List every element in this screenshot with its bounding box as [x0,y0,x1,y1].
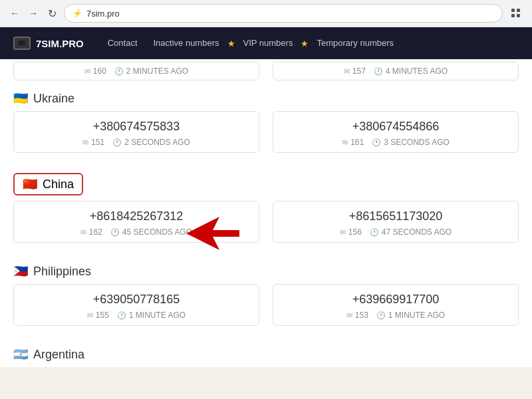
time-ago: 🕐 1 MINUTE AGO [376,311,445,320]
clock-icon: 🕐 [376,311,386,320]
msg-count: ✉ 161 [342,138,364,147]
ukraine-numbers-grid: +380674575833 ✉ 151 🕐 2 SECONDS AGO +380… [0,111,532,166]
message-count-left: ✉ 160 [84,66,106,76]
card-meta: ✉ 155 🕐 1 MINUTE AGO [25,311,248,320]
number-card[interactable]: +380674554866 ✉ 161 🕐 3 SECONDS AGO [273,111,519,153]
mail-icon: ✉ [84,67,90,76]
phone-number: +639050778165 [25,293,248,307]
number-card[interactable]: +639669917700 ✉ 153 🕐 1 MINUTE AGO [273,284,519,326]
site-nav: ✉ 7SIM.PRO Contact Inactive numbers ★ VI… [0,27,532,59]
time-left: 🕐 2 MINUTES AGO [114,66,188,76]
nav-temporary-numbers[interactable]: Temporary numbers [309,27,402,59]
apps-grid-icon [511,9,521,18]
country-philippines: 🇵🇭 Philippines [0,256,532,284]
philippines-flag: 🇵🇭 [13,264,28,279]
vip-star-right: ★ [301,39,309,49]
mail-icon: ✉ [87,311,93,320]
msg-count: ✉ 156 [340,227,362,237]
nav-contact[interactable]: Contact [100,27,146,59]
msg-count: ✉ 155 [87,311,109,320]
time-right: 🕐 4 MINUTES AGO [374,66,448,76]
partial-card-left[interactable]: ✉ 160 🕐 2 MINUTES AGO [13,62,259,80]
time-ago: 🕐 47 SECONDS AGO [370,227,452,237]
card-meta: ✉ 156 🕐 47 SECONDS AGO [284,227,507,237]
refresh-button[interactable]: ↻ [45,7,59,20]
phone-number: +380674554866 [284,120,507,134]
argentina-name: Argentina [33,348,84,362]
top-partial-row: ✉ 160 🕐 2 MINUTES AGO ✉ 157 🕐 4 MINUTES … [0,62,532,83]
philippines-numbers-grid: +639050778165 ✉ 155 🕐 1 MINUTE AGO +6396… [0,284,532,339]
phone-number: +8615651173020 [284,209,507,223]
number-card[interactable]: +8618425267312 ✉ 162 🕐 45 SECONDS AGO [13,201,259,243]
ukraine-flag: 🇺🇦 [13,91,28,106]
mail-icon: ✉ [340,228,346,237]
china-flag: 🇨🇳 [23,177,37,192]
partial-card-right[interactable]: ✉ 157 🕐 4 MINUTES AGO [273,62,519,80]
address-bar[interactable]: ⚡ 7sim.pro [64,4,503,23]
number-card[interactable]: +380674575833 ✉ 151 🕐 2 SECONDS AGO [13,111,259,153]
phone-number: +380674575833 [25,120,248,134]
time-ago: 🕐 3 SECONDS AGO [372,138,450,147]
mail-icon: ✉ [346,311,352,320]
number-card[interactable]: +8615651173020 ✉ 156 🕐 47 SECONDS AGO [273,201,519,243]
nav-inactive-numbers[interactable]: Inactive numbers [146,27,227,59]
logo-text: 7SIM.PRO [36,38,84,49]
mail-icon: ✉ [80,228,86,237]
clock-icon: 🕐 [112,138,122,147]
clock-icon: 🕐 [370,228,379,237]
site-icon: ⚡ [72,9,82,18]
vip-star-left: ★ [227,39,235,49]
logo-icon: ✉ [13,37,31,50]
phone-number: +8618425267312 [25,209,248,223]
clock-icon: 🕐 [117,311,126,320]
url-text: 7sim.pro [86,9,120,19]
browser-chrome: ← → ↻ ⚡ 7sim.pro [0,0,532,27]
forward-button[interactable]: → [27,7,40,20]
card-meta: ✉ 161 🕐 3 SECONDS AGO [284,138,507,147]
phone-number: +639669917700 [284,293,507,307]
clock-icon: 🕐 [374,67,383,76]
apps-button[interactable] [508,5,524,21]
clock-icon: 🕐 [110,228,120,237]
card-meta: ✉ 162 🕐 45 SECONDS AGO [25,227,248,237]
clock-icon: 🕐 [372,138,381,147]
mail-icon: ✉ [82,138,88,147]
philippines-name: Philippines [33,265,91,279]
time-ago: 🕐 45 SECONDS AGO [110,227,192,237]
china-name: China [43,178,74,192]
time-ago: 🕐 2 SECONDS AGO [112,138,190,147]
ukraine-name: Ukraine [33,92,74,106]
country-argentina-partial: 🇦🇷 Argentina [0,339,532,367]
card-meta: ✉ 160 🕐 2 MINUTES AGO [25,66,248,76]
country-ukraine: 🇺🇦 Ukraine [0,83,532,111]
site-logo[interactable]: ✉ 7SIM.PRO [13,37,84,50]
time-ago: 🕐 1 MINUTE AGO [117,311,186,320]
msg-count: ✉ 151 [82,138,104,147]
mail-icon: ✉ [342,138,348,147]
message-count-right: ✉ 157 [344,66,366,76]
argentina-flag: 🇦🇷 [13,347,28,362]
nav-vip-numbers[interactable]: VIP numbers [235,27,301,59]
back-button[interactable]: ← [8,7,21,20]
browser-toolbar: ← → ↻ ⚡ 7sim.pro [0,0,532,27]
card-meta: ✉ 157 🕐 4 MINUTES AGO [284,66,507,76]
country-china-highlighted: 🇨🇳 China [13,173,83,196]
mail-icon: ✉ [344,67,350,76]
clock-icon: 🕐 [114,67,124,76]
main-content: ✉ 160 🕐 2 MINUTES AGO ✉ 157 🕐 4 MINUTES … [0,59,532,367]
card-meta: ✉ 151 🕐 2 SECONDS AGO [25,138,248,147]
china-numbers-grid: +8618425267312 ✉ 162 🕐 45 SECONDS AGO +8… [0,201,532,256]
number-card[interactable]: +639050778165 ✉ 155 🕐 1 MINUTE AGO [13,284,259,326]
msg-count: ✉ 162 [80,227,102,237]
card-meta: ✉ 153 🕐 1 MINUTE AGO [284,311,507,320]
msg-count: ✉ 153 [346,311,368,320]
